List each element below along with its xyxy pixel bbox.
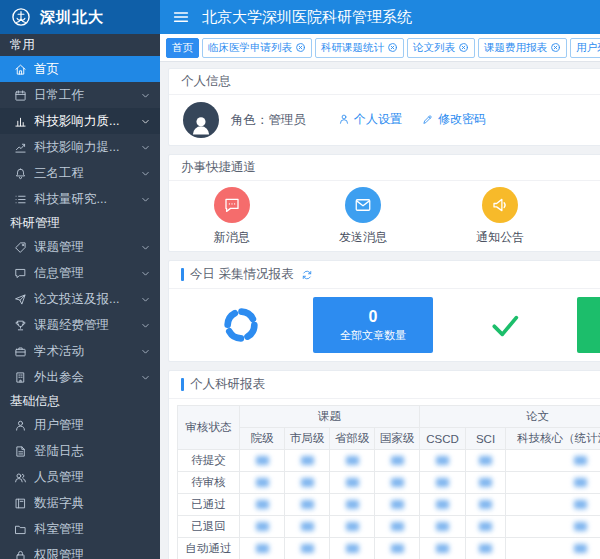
panel-research-report: 个人科研报表 审核状态课题论文院级市局级省部级国家级CSCDSCI科技核心（统计… [168, 370, 600, 559]
table-cell [420, 450, 466, 472]
blurred-value [346, 522, 359, 531]
lock-icon [14, 549, 27, 559]
calendar-icon [14, 89, 27, 102]
blurred-value [436, 478, 449, 487]
quick-channel-item[interactable]: 发送消息 [339, 187, 387, 246]
quick-channel-item[interactable]: 新消息 [214, 187, 250, 246]
table-row: 待审核 [178, 472, 600, 494]
sidebar-item[interactable]: 课题经费管理 [0, 312, 160, 338]
accent-bar [181, 378, 184, 391]
blurred-value [256, 456, 269, 465]
sidebar-item[interactable]: 科技影响力提... [0, 134, 160, 160]
sidebar-item[interactable]: 日常工作 [0, 82, 160, 108]
chevron-down-icon [139, 115, 152, 128]
sidebar-item-label: 科室管理 [34, 521, 152, 538]
close-tab-icon[interactable] [550, 42, 561, 53]
mail-icon [354, 196, 372, 214]
sidebar-item[interactable]: 科技量研究... [0, 186, 160, 212]
panel-quick-channels: 办事快捷通道 新消息发送消息通知公告 [168, 154, 600, 252]
sidebar-item[interactable]: 科室管理 [0, 516, 160, 542]
table-row: 待提交 [178, 450, 600, 472]
blurred-value [391, 478, 404, 487]
send-icon [14, 293, 27, 306]
quick-channel-label: 通知公告 [476, 229, 524, 246]
row-label: 待提交 [178, 450, 240, 472]
tab[interactable]: 论文列表 [407, 38, 475, 58]
sidebar-item-label: 课题经费管理 [34, 317, 132, 334]
table-column-header: SCI [466, 428, 506, 450]
link-label: 修改密码 [438, 111, 486, 128]
table-cell [506, 538, 600, 559]
person-icon [188, 112, 214, 138]
bar-chart-icon [14, 115, 27, 128]
blurred-value [301, 456, 314, 465]
blurred-value [346, 500, 359, 509]
sidebar-item[interactable]: 权限管理 [0, 542, 160, 559]
sidebar-item-label: 人员管理 [34, 469, 152, 486]
quick-channel-circle [482, 187, 518, 223]
sidebar-item[interactable]: 数据字典 [0, 490, 160, 516]
panel-quick-channels-header: 办事快捷通道 [169, 155, 600, 181]
tab-label: 临床医学申请列表 [208, 41, 292, 55]
sidebar-item[interactable]: 用户管理 [0, 412, 160, 438]
table-column-header: 国家级 [375, 428, 420, 450]
tab[interactable]: 临床医学申请列表 [202, 38, 312, 58]
refresh-icon [301, 269, 313, 281]
tab[interactable]: 科研课题统计 [315, 38, 404, 58]
book-icon [14, 497, 27, 510]
main-area: 北京大学深圳医院科研管理系统 首页临床医学申请列表科研课题统计论文列表课题费用报… [160, 0, 600, 559]
tab[interactable]: 首页 [166, 38, 199, 58]
personal-settings-link[interactable]: 个人设置 [338, 111, 402, 128]
sidebar-item-label: 外出参会 [34, 369, 132, 386]
personal-links: 个人设置修改密码 [318, 111, 486, 130]
tab-label: 科研课题统计 [321, 41, 384, 55]
blurred-value [574, 544, 587, 553]
table-cell [375, 472, 420, 494]
close-tab-icon[interactable] [387, 42, 398, 53]
sidebar-item[interactable]: 科技影响力质... [0, 108, 160, 134]
report-tile-solid [577, 297, 600, 353]
message-icon [14, 267, 27, 280]
tab[interactable]: 课题费用报表 [478, 38, 567, 58]
table-cell [466, 472, 506, 494]
sidebar-item[interactable]: 信息管理 [0, 260, 160, 286]
sidebar-item[interactable]: 首页 [0, 56, 160, 82]
blurred-value [391, 456, 404, 465]
row-label: 自动通过 [178, 538, 240, 559]
chevron-down-icon [139, 293, 152, 306]
sidebar-item[interactable]: 人员管理 [0, 464, 160, 490]
refresh-button[interactable] [301, 269, 313, 281]
table-cell [506, 516, 600, 538]
comment-icon [223, 196, 241, 214]
research-report-table: 审核状态课题论文院级市局级省部级国家级CSCDSCI科技核心（统计源）期刊 待提… [177, 405, 600, 559]
sidebar-item[interactable]: 课题管理 [0, 234, 160, 260]
check-icon [489, 309, 521, 341]
menu-icon [172, 8, 190, 26]
quick-channel-circle [345, 187, 381, 223]
sidebar-item-label: 三名工程 [34, 165, 132, 182]
sidebar-item[interactable]: 论文投送及报... [0, 286, 160, 312]
quick-channel-item[interactable]: 通知公告 [476, 187, 524, 246]
panel-title: 办事快捷通道 [181, 159, 256, 176]
user-icon [338, 113, 350, 125]
row-label: 待审核 [178, 472, 240, 494]
tab[interactable]: 用户列表 [570, 38, 600, 58]
sidebar-item[interactable]: 三名工程 [0, 160, 160, 186]
change-password-link[interactable]: 修改密码 [422, 111, 486, 128]
bell-icon [14, 167, 27, 180]
sidebar-item[interactable]: 登陆日志 [0, 438, 160, 464]
sidebar-item[interactable]: 学术活动 [0, 338, 160, 364]
home-icon [14, 63, 27, 76]
quick-channel-label: 发送消息 [339, 229, 387, 246]
tag-icon [14, 241, 27, 254]
hamburger-menu-button[interactable] [172, 8, 190, 26]
chevron-down-icon [139, 141, 152, 154]
table-cell [466, 538, 506, 559]
sidebar-item[interactable]: 外出参会 [0, 364, 160, 390]
close-tab-icon[interactable] [458, 42, 469, 53]
quick-channels-row: 新消息发送消息通知公告 [169, 181, 569, 251]
research-table-wrap: 审核状态课题论文院级市局级省部级国家级CSCDSCI科技核心（统计源）期刊 待提… [169, 399, 600, 559]
blurred-value [301, 522, 314, 531]
close-tab-icon[interactable] [295, 42, 306, 53]
hospital-logo-icon [10, 6, 32, 28]
